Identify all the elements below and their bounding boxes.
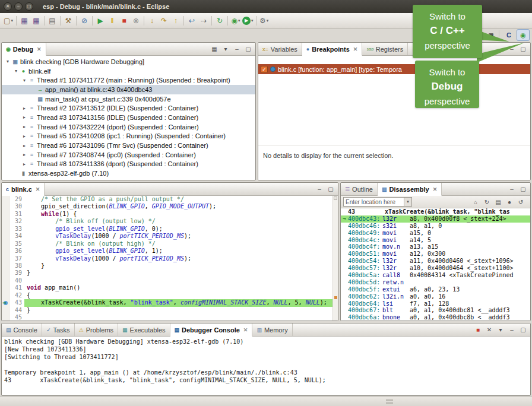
toggle-breakpoint-icon[interactable]: ● xyxy=(505,197,514,207)
tree-expander-icon[interactable]: ▸ xyxy=(21,143,28,148)
maximize-icon[interactable]: ▢ xyxy=(243,45,253,54)
editor-gutter[interactable] xyxy=(2,233,10,240)
tree-expander-icon[interactable]: ▸ xyxy=(21,115,28,120)
minimize-icon[interactable]: – xyxy=(232,45,242,54)
editor-line[interactable]: 32 /* Blink off (output low) */ xyxy=(2,218,338,225)
sash-handle[interactable] xyxy=(386,399,393,404)
debug-tree-item[interactable]: →app_main() at blink.c:43 0x400dbc43 xyxy=(2,85,255,94)
debug-tree-item[interactable]: ▸≡Thread #8 1073411336 (dport) (Suspende… xyxy=(2,160,255,169)
debug-tree-item[interactable]: ▸≡Thread #5 1073410208 (ipc1 : Running) … xyxy=(2,132,255,141)
restart-icon[interactable]: ↻ xyxy=(214,15,226,27)
close-tab-icon[interactable]: ✕ xyxy=(36,186,40,192)
editor-gutter[interactable] xyxy=(2,314,10,321)
minimize-icon[interactable]: – xyxy=(507,325,517,335)
tab-registers[interactable]: 1010Registers xyxy=(362,43,408,55)
tab-breakpoints[interactable]: ●Breakpoints✕ xyxy=(302,43,363,56)
disassembly-instruction[interactable]: 400dbc5f:extuia6, a0, 23, 13 xyxy=(341,286,530,293)
cpp-perspective-button[interactable]: C xyxy=(502,29,515,41)
disassembly-instruction[interactable]: 400dbc6a:bnonea0, a1, 0x400dbc8b <__addd… xyxy=(341,314,530,321)
tree-expander-icon[interactable]: ▾ xyxy=(12,68,20,74)
console-output[interactable]: blink checking [GDB Hardware Debugging] … xyxy=(2,337,530,395)
editor-line[interactable]: 31 while(1) { xyxy=(2,211,338,218)
disassembly-instruction[interactable]: 400dbc4c:movia14, 5 xyxy=(341,237,530,244)
tree-expander-icon[interactable]: ▸ xyxy=(21,161,28,167)
skip-all-breakpoints-icon[interactable]: ⊘ xyxy=(78,15,90,27)
terminate-icon[interactable]: ■ xyxy=(118,15,130,27)
external-tools-icon[interactable]: ⚙▾ xyxy=(258,15,270,27)
minimize-window-button[interactable]: – xyxy=(14,2,23,11)
suspend-icon[interactable]: ‖ xyxy=(106,15,118,27)
editor-line[interactable]: 30 gpio_set_direction(BLINK_GPIO, GPIO_M… xyxy=(2,203,338,210)
editor-line[interactable]: 37 vTaskDelay(1000 / portTICK_PERIOD_MS)… xyxy=(2,255,338,262)
run-icon[interactable]: ▶▾ xyxy=(242,15,254,27)
debug-perspective-button[interactable]: ◉ xyxy=(517,29,530,41)
editor-gutter[interactable] xyxy=(2,269,10,277)
chevron-down-icon[interactable]: ▾ xyxy=(404,198,411,206)
current-instruction-pointer-icon[interactable]: → xyxy=(2,299,10,306)
disassembly-instruction[interactable]: 400dbc67:blta0, a1, 0x400dbc81 <__adddf3 xyxy=(341,307,530,314)
editor-body[interactable]: 29 /* Set the GPIO as a push/pull output… xyxy=(2,196,338,321)
tab-console[interactable]: ▤Console xyxy=(2,323,42,336)
editor-line[interactable]: 35 /* Blink on (output high) */ xyxy=(2,240,338,248)
editor-gutter[interactable] xyxy=(2,255,10,262)
disassembly-instruction[interactable]: 400dbc54:l32ra11, 0x400d0460 <_stext+109… xyxy=(341,258,530,265)
editor-gutter[interactable] xyxy=(2,284,10,291)
refresh-view-icon[interactable]: ↺ xyxy=(516,197,525,207)
view-menu-icon[interactable]: ▾ xyxy=(221,45,230,54)
tab-debug[interactable]: ◉Debug✕ xyxy=(2,43,46,56)
disassembly-source-line[interactable]: 43xTaskCreate(&blink_task, "blink_tas xyxy=(341,208,530,215)
sync-pc-icon[interactable]: ↻ xyxy=(482,197,492,207)
tree-expander-icon[interactable]: ▸ xyxy=(21,152,28,157)
editor-line[interactable]: 36 gpio_set_level(BLINK_GPIO, 1); xyxy=(2,248,338,255)
tab-problems[interactable]: ⚠Problems xyxy=(75,323,119,336)
save-all-icon[interactable]: ▦ xyxy=(30,15,42,27)
close-tab-icon[interactable]: ✕ xyxy=(37,46,42,52)
minimize-icon[interactable]: – xyxy=(507,185,517,194)
remove-console-icon[interactable]: ✕ xyxy=(484,325,494,335)
debug-tree-item[interactable]: ▮xtensa-esp32-elf-gdb (7.10) xyxy=(2,169,255,178)
disassembly-instruction[interactable]: 400dbc64:lsif7, a1, 128 xyxy=(341,300,530,307)
editor-gutter[interactable] xyxy=(2,240,10,248)
debug-tree-item[interactable]: ▤main_task() at cpu_start.c:339 0x400d05… xyxy=(2,94,255,104)
editor-gutter[interactable] xyxy=(2,211,10,218)
editor-gutter[interactable] xyxy=(2,218,10,225)
tab-disassembly[interactable]: ▥Disassembly✕ xyxy=(378,183,442,196)
editor-gutter[interactable] xyxy=(2,248,10,255)
disassembly-instruction[interactable]: 400dbc49:movia15, 0 xyxy=(341,230,530,237)
disassembly-instruction[interactable]: 400dbc5d:retw.n xyxy=(341,279,530,286)
editor-gutter[interactable] xyxy=(2,226,10,233)
tree-expander-icon[interactable]: ▸ xyxy=(21,106,28,111)
tab-outline[interactable]: ☰Outline xyxy=(341,183,378,195)
print-icon[interactable]: ▤ xyxy=(46,15,58,27)
editor-line[interactable]: 39} xyxy=(2,269,338,277)
step-return-icon[interactable]: ↑ xyxy=(170,15,182,27)
disassembly-instruction[interactable]: 400dbc5a:call80x40084314 <xTaskCreatePin… xyxy=(341,272,530,279)
editor-line[interactable]: 41void app_main() xyxy=(2,284,338,291)
debug-icon[interactable]: ◉▾ xyxy=(230,15,242,27)
close-tab-icon[interactable]: ✕ xyxy=(243,327,248,333)
editor-line[interactable]: 29 /* Set the GPIO as a push/pull output… xyxy=(2,196,338,203)
step-into-icon[interactable]: ↓ xyxy=(146,15,158,27)
editor-line[interactable]: 44} xyxy=(2,307,338,314)
tree-expander-icon[interactable]: ▸ xyxy=(21,134,28,139)
editor-line[interactable]: 38 } xyxy=(2,262,338,269)
close-tab-icon[interactable]: ✕ xyxy=(353,46,358,52)
terminate-icon[interactable]: ■ xyxy=(473,325,483,335)
editor-gutter[interactable] xyxy=(2,277,10,284)
view-layout-icon[interactable]: ▦ xyxy=(210,45,219,54)
instruction-stepping-icon[interactable]: ⇢ xyxy=(198,15,210,27)
disconnect-icon[interactable]: ⊗ xyxy=(130,15,142,27)
location-combo[interactable]: Enter location here ▾ xyxy=(343,197,412,207)
show-source-icon[interactable]: ▤ xyxy=(493,197,503,207)
editor-gutter[interactable] xyxy=(2,203,10,210)
close-tab-icon[interactable]: ✕ xyxy=(433,186,438,192)
debug-tree-item[interactable]: ▾≡Thread #1 1073411772 (main : Running) … xyxy=(2,75,255,85)
close-window-button[interactable]: ✕ xyxy=(4,2,12,11)
debug-tree-item[interactable]: ▸≡Thread #7 1073408744 (ipc0) (Suspended… xyxy=(2,150,255,160)
tab-tasks[interactable]: ✓Tasks xyxy=(42,323,75,336)
maximize-window-button[interactable]: ▢ xyxy=(25,2,33,11)
editor-gutter[interactable] xyxy=(2,307,10,314)
disassembly-instruction[interactable]: 400dbc57:l32ra10, 0x400d0464 <_stext+110… xyxy=(341,265,530,272)
disassembly-instruction[interactable]: 400dbc46:s32ia8, a1, 0 xyxy=(341,223,530,230)
debug-tree-item[interactable]: ▸≡Thread #6 1073431096 (Tmr Svc) (Suspen… xyxy=(2,141,255,150)
